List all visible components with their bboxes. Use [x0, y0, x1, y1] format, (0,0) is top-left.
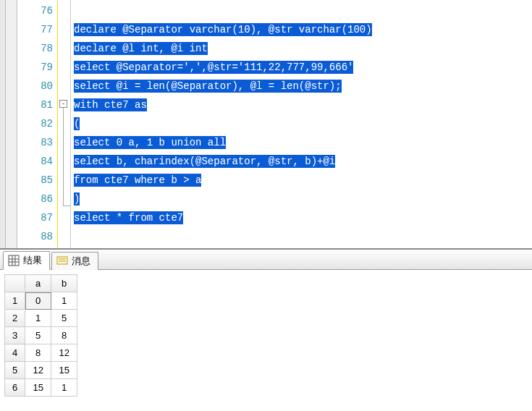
line-number: 84 [17, 152, 57, 171]
line-number: 76 [17, 1, 57, 20]
code-line[interactable]: ) [74, 190, 532, 208]
cell[interactable]: 8 [51, 327, 77, 344]
table-row[interactable]: 358 [5, 327, 77, 344]
cell[interactable]: 5 [51, 310, 77, 327]
selected-text[interactable]: select @Separator=',',@str='111,22,777,9… [74, 61, 353, 74]
row-header[interactable]: 3 [5, 327, 25, 344]
editor-scroll-strip[interactable] [6, 0, 17, 248]
line-number: 80 [17, 77, 57, 96]
table-row[interactable]: 6151 [5, 379, 77, 397]
line-number-gutter: 76777879808182838485868788 [17, 0, 58, 248]
line-number: 88 [17, 227, 57, 246]
selected-text[interactable]: select * from cte7 [74, 211, 183, 224]
table-row[interactable]: 4812 [5, 344, 77, 362]
line-number: 86 [17, 190, 57, 208]
column-header[interactable]: a [25, 275, 51, 292]
editor-margin [0, 0, 6, 248]
code-line[interactable]: declare @l int, @i int [74, 39, 532, 58]
code-line[interactable]: from cte7 where b > a [74, 171, 532, 190]
row-header[interactable]: 2 [5, 310, 25, 327]
code-line[interactable]: select @i = len(@Separator), @l = len(@s… [74, 77, 532, 96]
code-line[interactable]: select 0 a, 1 b union all [74, 133, 532, 152]
fold-end-icon [63, 206, 70, 206]
selected-text[interactable]: with cte7 as [74, 98, 147, 111]
line-number: 85 [17, 171, 57, 190]
results-pane: 结果 消息 a b 1012153584812512156151 [0, 249, 532, 411]
line-number: 77 [17, 20, 57, 39]
table-row[interactable]: 215 [5, 310, 77, 327]
sql-editor-pane: 76777879808182838485868788 - declare @Se… [0, 0, 532, 249]
results-grid[interactable]: a b 1012153584812512156151 [4, 274, 77, 397]
tab-messages[interactable]: 消息 [51, 252, 98, 270]
column-header[interactable]: b [51, 275, 77, 292]
row-header[interactable]: 4 [5, 344, 25, 362]
cell[interactable]: 1 [25, 310, 51, 327]
cell[interactable]: 12 [25, 362, 51, 379]
row-header[interactable]: 6 [5, 379, 25, 397]
cell[interactable]: 12 [51, 344, 77, 362]
tab-messages-label: 消息 [72, 255, 90, 268]
svg-rect-5 [57, 257, 67, 264]
code-line[interactable] [74, 1, 532, 20]
table-row[interactable]: 51215 [5, 362, 77, 379]
results-tabs: 结果 消息 [0, 250, 532, 270]
line-number: 87 [17, 208, 57, 227]
cell[interactable]: 5 [25, 327, 51, 344]
code-line[interactable]: declare @Separator varchar(10), @str var… [74, 20, 532, 39]
fold-toggle-icon[interactable]: - [59, 100, 67, 108]
cell[interactable]: 15 [51, 362, 77, 379]
selected-text[interactable]: select @i = len(@Separator), @l = len(@s… [74, 80, 342, 93]
cell[interactable]: 1 [51, 292, 77, 310]
svg-rect-0 [9, 255, 19, 266]
selected-text[interactable]: select b, charindex(@Separator, @str, b)… [74, 155, 335, 168]
selected-text[interactable]: declare @Separator varchar(10), @str var… [74, 23, 372, 36]
cell[interactable]: 0 [25, 292, 51, 310]
cell[interactable]: 8 [25, 344, 51, 362]
line-number: 83 [17, 133, 57, 152]
line-number: 82 [17, 114, 57, 133]
code-folding-strip: - [58, 0, 71, 248]
grid-icon [8, 255, 20, 266]
code-line[interactable] [74, 227, 532, 246]
tab-results-label: 结果 [23, 254, 42, 267]
code-line[interactable]: with cte7 as [74, 96, 532, 114]
selected-text[interactable]: from cte7 where b > a [74, 174, 201, 187]
message-icon [56, 255, 68, 267]
code-line[interactable]: ( [74, 114, 532, 133]
line-number: 78 [17, 39, 57, 58]
code-text-area[interactable]: declare @Separator varchar(10), @str var… [71, 0, 532, 248]
code-line[interactable]: select b, charindex(@Separator, @str, b)… [74, 152, 532, 171]
tab-results[interactable]: 结果 [3, 251, 50, 270]
selected-text[interactable]: ) [74, 192, 80, 206]
fold-guide-line [63, 108, 64, 206]
cell[interactable]: 15 [25, 379, 51, 397]
line-number: 79 [17, 58, 57, 77]
selected-text[interactable]: declare @l int, @i int [74, 42, 208, 55]
code-line[interactable]: select @Separator=',',@str='111,22,777,9… [74, 58, 532, 77]
grid-corner[interactable] [5, 275, 25, 292]
cell[interactable]: 1 [51, 379, 77, 397]
row-header[interactable]: 5 [5, 362, 25, 379]
code-line[interactable]: select * from cte7 [74, 208, 532, 227]
selected-text[interactable]: select 0 a, 1 b union all [74, 136, 226, 149]
row-header[interactable]: 1 [5, 292, 25, 310]
line-number: 81 [17, 96, 57, 114]
selected-text[interactable]: ( [74, 117, 80, 130]
table-row[interactable]: 101 [5, 292, 77, 310]
